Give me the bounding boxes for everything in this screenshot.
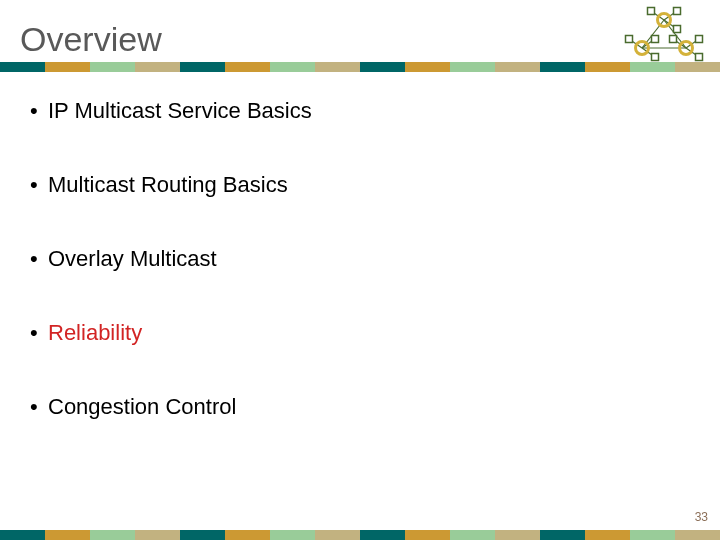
stripe-segment	[45, 530, 90, 540]
list-item-label: Reliability	[48, 320, 142, 346]
stripe-segment	[675, 62, 720, 72]
svg-rect-16	[652, 54, 659, 61]
list-item-label: Congestion Control	[48, 394, 236, 420]
stripe-segment	[180, 530, 225, 540]
stripe-segment	[360, 530, 405, 540]
slide: Overview •IP Multicast Service Basics•Mu…	[0, 0, 720, 540]
list-item-label: Overlay Multicast	[48, 246, 217, 272]
stripe-segment	[135, 530, 180, 540]
stripe-segment	[405, 530, 450, 540]
svg-rect-9	[674, 26, 681, 33]
stripe-segment	[180, 62, 225, 72]
svg-rect-14	[626, 36, 633, 43]
list-item: •Multicast Routing Basics	[30, 172, 660, 198]
stripe-segment	[315, 530, 360, 540]
stripe-segment	[45, 62, 90, 72]
stripe-segment	[225, 530, 270, 540]
stripe-segment	[585, 62, 630, 72]
stripe-segment	[315, 62, 360, 72]
bullet-icon: •	[30, 320, 48, 346]
svg-rect-7	[648, 8, 655, 15]
page-number: 33	[695, 510, 708, 524]
list-item-label: Multicast Routing Basics	[48, 172, 288, 198]
bullet-list: •IP Multicast Service Basics•Multicast R…	[30, 98, 660, 468]
stripe-segment	[675, 530, 720, 540]
stripe-segment	[360, 62, 405, 72]
stripe-segment	[630, 530, 675, 540]
stripe-segment	[540, 530, 585, 540]
stripe-segment	[135, 62, 180, 72]
bullet-icon: •	[30, 98, 48, 124]
stripe-segment	[0, 530, 45, 540]
stripe-segment	[630, 62, 675, 72]
list-item: •IP Multicast Service Basics	[30, 98, 660, 124]
stripe-segment	[450, 530, 495, 540]
stripe-bottom	[0, 530, 720, 540]
bullet-icon: •	[30, 172, 48, 198]
svg-rect-8	[674, 8, 681, 15]
list-item: •Reliability	[30, 320, 660, 346]
stripe-segment	[270, 530, 315, 540]
stripe-segment	[405, 62, 450, 72]
list-item-label: IP Multicast Service Basics	[48, 98, 312, 124]
stripe-segment	[450, 62, 495, 72]
stripe-segment	[585, 530, 630, 540]
stripe-segment	[90, 530, 135, 540]
stripe-segment	[270, 62, 315, 72]
stripe-segment	[0, 62, 45, 72]
bullet-icon: •	[30, 394, 48, 420]
page-title: Overview	[20, 20, 162, 59]
bullet-icon: •	[30, 246, 48, 272]
network-diagram-icon	[620, 6, 708, 68]
svg-rect-22	[696, 36, 703, 43]
svg-rect-21	[670, 36, 677, 43]
stripe-segment	[495, 530, 540, 540]
list-item: •Congestion Control	[30, 394, 660, 420]
svg-rect-15	[652, 36, 659, 43]
stripe-segment	[495, 62, 540, 72]
stripe-top	[0, 62, 720, 72]
list-item: •Overlay Multicast	[30, 246, 660, 272]
stripe-segment	[540, 62, 585, 72]
stripe-segment	[90, 62, 135, 72]
svg-rect-23	[696, 54, 703, 61]
stripe-segment	[225, 62, 270, 72]
